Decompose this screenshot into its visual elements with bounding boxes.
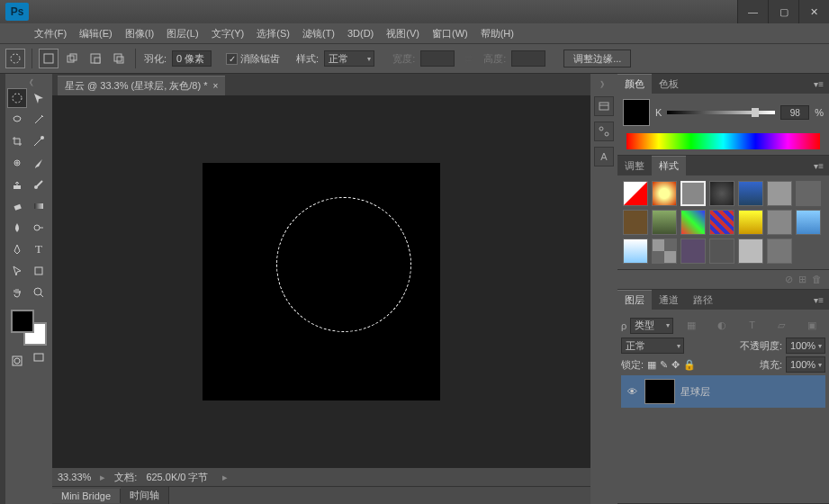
menu-layer[interactable]: 图层(L) [161, 25, 203, 42]
tab-swatches[interactable]: 色板 [652, 75, 686, 94]
minimize-button[interactable]: — [737, 0, 768, 23]
character-panel-icon[interactable]: A [594, 147, 614, 166]
quick-mask-tool[interactable] [7, 351, 27, 371]
opacity-input[interactable]: 100% [786, 338, 825, 354]
close-tab-icon[interactable]: × [212, 81, 218, 91]
lasso-tool[interactable] [7, 110, 27, 130]
canvas[interactable] [203, 163, 440, 400]
style-swatch[interactable] [767, 181, 792, 206]
tab-paths[interactable]: 路径 [686, 291, 720, 310]
filter-shape-icon[interactable]: ▱ [778, 320, 785, 331]
subtract-selection-button[interactable] [86, 49, 105, 68]
lock-position-icon[interactable]: ✥ [671, 359, 680, 371]
maximize-button[interactable]: ▢ [768, 0, 798, 23]
crop-tool[interactable] [7, 131, 27, 151]
tab-color[interactable]: 颜色 [617, 74, 652, 94]
screen-mode-tool[interactable] [29, 347, 49, 367]
style-swatch[interactable] [652, 181, 677, 206]
panel-menu-icon[interactable]: ▾≡ [808, 161, 829, 171]
slider-knob-icon[interactable] [752, 108, 759, 117]
delete-style-icon[interactable]: 🗑 [812, 274, 822, 285]
color-preview-swatch[interactable] [623, 99, 650, 126]
refine-edge-button[interactable]: 调整边缘... [563, 50, 631, 68]
panel-menu-icon[interactable]: ▾≡ [808, 79, 829, 89]
history-brush-tool[interactable] [29, 175, 49, 194]
color-swatches[interactable] [11, 310, 47, 346]
style-none[interactable] [623, 181, 648, 206]
style-swatch[interactable] [709, 238, 734, 264]
style-swatch[interactable] [738, 238, 763, 264]
move-tool[interactable] [29, 88, 49, 108]
tab-channels[interactable]: 通道 [652, 291, 686, 310]
layer-name[interactable]: 星球层 [680, 385, 710, 399]
filter-adjust-icon[interactable]: ◐ [717, 320, 726, 331]
menu-3d[interactable]: 3D(D) [342, 26, 379, 40]
path-selection-tool[interactable] [7, 261, 27, 281]
style-swatch[interactable] [738, 210, 763, 235]
filter-smart-icon[interactable]: ▣ [807, 320, 816, 331]
style-swatch[interactable] [652, 210, 677, 235]
style-swatch[interactable] [709, 210, 734, 235]
style-swatch[interactable] [680, 181, 706, 206]
filter-type-icon[interactable]: T [749, 320, 755, 331]
clone-stamp-tool[interactable] [7, 175, 27, 194]
menu-filter[interactable]: 滤镜(T) [297, 25, 340, 42]
new-selection-button[interactable] [39, 49, 59, 68]
canvas-viewport[interactable] [52, 95, 590, 468]
antialias-check[interactable]: ✓ 消除锯齿 [226, 52, 280, 66]
menu-image[interactable]: 图像(I) [120, 25, 159, 42]
filter-pixel-icon[interactable]: ▦ [687, 320, 696, 331]
pen-tool[interactable] [7, 239, 27, 259]
eyedropper-tool[interactable] [29, 131, 49, 151]
style-swatch[interactable] [796, 181, 821, 206]
lock-transparent-icon[interactable]: ▦ [647, 359, 656, 371]
style-swatch[interactable] [680, 238, 706, 264]
blend-mode-dropdown[interactable]: 正常 [621, 338, 684, 354]
menu-type[interactable]: 文字(Y) [206, 25, 250, 42]
feather-input[interactable] [172, 50, 212, 67]
style-swatch[interactable] [652, 238, 677, 264]
style-swatch[interactable] [623, 210, 648, 235]
history-panel-icon[interactable] [594, 96, 614, 116]
filter-kind-dropdown[interactable]: 类型 [630, 318, 673, 334]
style-swatch[interactable] [767, 238, 792, 264]
k-value-input[interactable] [780, 105, 809, 120]
blur-tool[interactable] [7, 218, 27, 238]
layer-row[interactable]: 👁 星球层 [621, 375, 825, 408]
tab-styles[interactable]: 样式 [652, 156, 686, 176]
zoom-tool[interactable] [29, 283, 49, 302]
style-swatch[interactable] [738, 181, 763, 206]
collapse-arrow-icon[interactable]: 《 [25, 77, 33, 86]
dodge-tool[interactable] [29, 218, 49, 238]
shape-tool[interactable] [29, 261, 49, 281]
tab-timeline[interactable]: 时间轴 [121, 487, 169, 504]
layer-thumbnail[interactable] [644, 379, 675, 404]
style-swatch[interactable] [767, 210, 792, 235]
clear-style-icon[interactable]: ⊘ [785, 274, 793, 285]
marquee-tool[interactable] [7, 88, 27, 108]
lock-pixels-icon[interactable]: ✎ [660, 359, 668, 371]
properties-panel-icon[interactable] [594, 122, 614, 141]
style-swatch[interactable] [680, 210, 706, 235]
style-swatch[interactable] [796, 210, 821, 235]
hand-tool[interactable] [7, 283, 27, 302]
menu-select[interactable]: 选择(S) [251, 25, 295, 42]
color-spectrum[interactable] [626, 133, 820, 149]
tab-layers[interactable]: 图层 [617, 290, 652, 310]
menu-view[interactable]: 视图(V) [381, 25, 425, 42]
style-swatch[interactable] [709, 181, 734, 206]
menu-window[interactable]: 窗口(W) [427, 25, 473, 42]
magic-wand-tool[interactable] [29, 110, 49, 130]
intersect-selection-button[interactable] [109, 49, 129, 68]
close-button[interactable]: ✕ [798, 0, 829, 23]
visibility-eye-icon[interactable]: 👁 [625, 386, 639, 397]
eraser-tool[interactable] [7, 196, 27, 216]
ellipse-marquee-indicator[interactable] [5, 49, 25, 68]
foreground-color-swatch[interactable] [11, 310, 34, 333]
tab-mini-bridge[interactable]: Mini Bridge [52, 489, 121, 503]
add-selection-button[interactable] [62, 49, 82, 68]
style-dropdown[interactable]: 正常 [324, 50, 374, 67]
tab-adjustments[interactable]: 调整 [617, 157, 652, 176]
panel-menu-icon[interactable]: ▾≡ [808, 295, 829, 305]
healing-brush-tool[interactable] [7, 153, 27, 173]
